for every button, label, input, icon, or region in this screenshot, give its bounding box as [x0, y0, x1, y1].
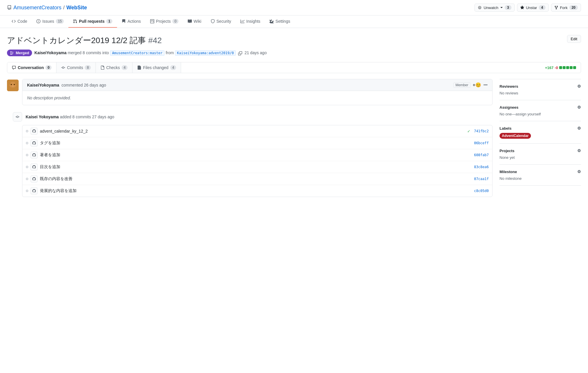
projects-value: None yet — [500, 155, 515, 160]
sidebar-assignees: Assignees ⚙ No one—assign yourself — [500, 100, 581, 121]
nav-pull-requests[interactable]: Pull requests 1 — [68, 15, 117, 28]
nav-insights[interactable]: Insights — [236, 15, 265, 28]
org-link[interactable]: AmusementCreators — [13, 5, 61, 11]
milestone-gear-icon[interactable]: ⚙ — [577, 169, 581, 174]
commit-sha[interactable]: 608fab7 — [474, 153, 489, 157]
commit-gh-icon — [31, 187, 38, 194]
copy-icon[interactable] — [238, 51, 242, 55]
commit-message: 既存の内容を改善 — [40, 176, 472, 182]
repo-nav: Code Issues 15 Pull requests 1 Actions P… — [0, 15, 588, 28]
commit-gh-icon — [31, 140, 38, 147]
tab-conversation[interactable]: Conversation 0 — [7, 62, 56, 73]
fork-count: 20 — [569, 5, 578, 10]
emoji-button[interactable]: +😊 — [473, 82, 481, 88]
unstar-button[interactable]: Unstar 4 — [517, 3, 549, 12]
labels-content: AdventCalendar — [500, 133, 581, 139]
pr-meta: Merged KaiseiYokoyama merged 8 commits i… — [7, 50, 581, 56]
commit-message: 著者を追加 — [40, 152, 472, 158]
issues-icon — [36, 19, 40, 23]
pr-time: 21 days ago — [245, 50, 267, 55]
top-bar: AmusementCreators / WebSite Unwatch 3 Un… — [0, 0, 588, 15]
commit-sha[interactable]: 07caa1f — [474, 177, 489, 181]
merged-badge: Merged — [7, 50, 32, 56]
fork-button[interactable]: Fork 20 — [551, 3, 581, 12]
comment-author[interactable]: KaiseiYokoyama — [27, 83, 59, 87]
projects-content: None yet — [500, 155, 581, 160]
unwatch-count: 3 — [505, 5, 511, 10]
sidebar-projects: Projects ⚙ None yet — [500, 144, 581, 165]
assignees-header: Assignees ⚙ — [500, 105, 581, 110]
commit-sha[interactable]: c8c05d0 — [474, 189, 489, 193]
unwatch-label: Unwatch — [483, 6, 498, 10]
commit-message: タグを追加 — [40, 140, 472, 146]
commit-row: 著者を追加608fab7 — [22, 149, 492, 161]
tab-checks[interactable]: Checks 4 — [96, 62, 132, 73]
commits-badge: 8 — [85, 65, 91, 70]
labels-header: Labels ⚙ — [500, 126, 581, 131]
commenter-avatar — [7, 80, 19, 91]
timeline-icon — [13, 112, 22, 122]
comment-text: No description provided. — [27, 96, 488, 100]
commit-sha[interactable]: 06bceff — [474, 141, 489, 145]
pr-number: #42 — [148, 36, 162, 45]
base-branch[interactable]: AmusementCreators:master — [110, 50, 164, 56]
nav-actions[interactable]: Actions — [117, 15, 146, 28]
commit-sha[interactable]: 83c8ea6 — [474, 165, 489, 169]
comment-header-left: KaiseiYokoyama commented 26 days ago — [27, 83, 106, 87]
conversation-icon — [12, 66, 16, 70]
security-icon — [211, 19, 215, 23]
diff-stats: +167 -0 — [540, 66, 581, 70]
comment-time: commented 26 days ago — [61, 83, 106, 87]
unwatch-button[interactable]: Unwatch 3 — [474, 3, 514, 12]
nav-wiki[interactable]: Wiki — [183, 15, 206, 28]
projects-icon — [150, 19, 154, 23]
comment-header-right: Member +😊 ••• — [454, 82, 488, 88]
nav-code[interactable]: Code — [7, 15, 32, 28]
pr-title: アドベントカレンダー2019 12/2 記事 #42 — [7, 35, 162, 46]
tab-commits[interactable]: Commits 8 — [56, 62, 96, 73]
files-badge: 4 — [170, 65, 176, 70]
milestone-header: Milestone ⚙ — [500, 169, 581, 174]
repo-icon — [7, 5, 12, 10]
nav-projects[interactable]: Projects 0 — [146, 15, 183, 28]
comment-menu-button[interactable]: ••• — [483, 83, 488, 87]
wiki-icon — [188, 19, 192, 23]
commit-message: 目次を追加 — [40, 164, 472, 170]
commit-sha[interactable]: 741fbc2 — [474, 129, 489, 133]
commit-gh-icon — [31, 163, 38, 170]
repo-title: AmusementCreators / WebSite — [7, 5, 87, 11]
nav-security[interactable]: Security — [206, 15, 236, 28]
tab-commits-label: Commits — [67, 65, 83, 70]
merge-icon — [10, 51, 14, 55]
commits-icon — [61, 66, 65, 70]
projects-gear-icon[interactable]: ⚙ — [577, 148, 581, 153]
pr-badge: 1 — [106, 19, 112, 24]
nav-issues[interactable]: Issues 15 — [32, 15, 68, 28]
labels-gear-icon[interactable]: ⚙ — [577, 126, 581, 131]
checks-icon — [100, 66, 105, 70]
deletions-count: -0 — [555, 66, 558, 70]
timeline-action: added 8 commits — [60, 115, 92, 119]
edit-button[interactable]: Edit — [567, 35, 581, 43]
tab-conversation-label: Conversation — [18, 65, 44, 70]
commit-row: advent_calendar_ky_12_2✓741fbc2 — [22, 125, 492, 137]
timeline-commits-item: Kaisei Yokoyama added 8 commits 27 days … — [13, 112, 493, 122]
timeline-user: Kaisei Yokoyama — [26, 115, 59, 119]
comment-header: KaiseiYokoyama commented 26 days ago Mem… — [22, 79, 492, 91]
svg-point-4 — [11, 84, 12, 85]
assignees-value: No one—assign yourself — [500, 112, 541, 116]
tab-files-changed[interactable]: Files changed 4 — [132, 62, 181, 73]
repo-name-link[interactable]: WebSite — [66, 5, 87, 11]
assignees-gear-icon[interactable]: ⚙ — [577, 105, 581, 110]
nav-settings[interactable]: Settings — [265, 15, 295, 28]
projects-badge: 0 — [172, 19, 178, 24]
svg-point-5 — [14, 84, 15, 85]
reviewers-gear-icon[interactable]: ⚙ — [577, 84, 581, 89]
reviewers-value: No reviews — [500, 91, 518, 95]
code-icon — [12, 19, 16, 23]
head-branch[interactable]: KaiseiYokoyama:advent2019/0 — [175, 50, 236, 56]
commit-add-icon — [15, 115, 20, 119]
comment-wrapper: KaiseiYokoyama commented 26 days ago Mem… — [7, 79, 493, 105]
commit-dot — [26, 154, 28, 156]
label-adventcalendar[interactable]: AdventCalendar — [500, 133, 531, 139]
